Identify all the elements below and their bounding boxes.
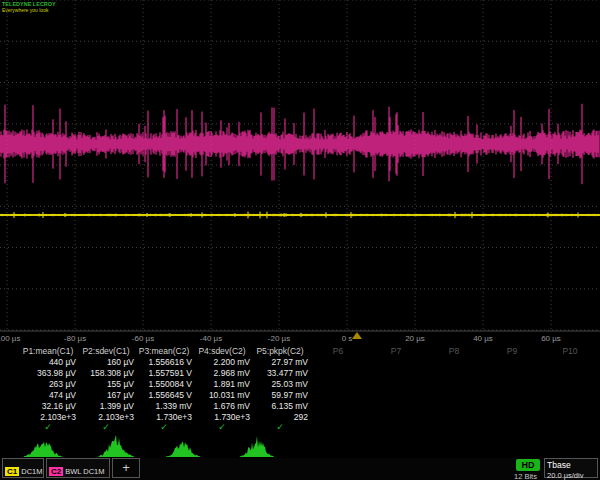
measure-column-10: P10 [542, 346, 598, 432]
measure-value: 2.200 mV [194, 357, 250, 368]
measure-column-5: P5:pkpk(C2)27.97 mV33.477 mV25.03 mV59.9… [252, 346, 308, 432]
measure-header[interactable]: P3:mean(C2) [136, 346, 192, 357]
measure-status-check: ✓ [136, 423, 192, 432]
time-axis-label: -40 µs [200, 334, 222, 343]
measure-status-check: ✓ [20, 423, 76, 432]
measure-value [368, 401, 424, 412]
measure-value [484, 379, 540, 390]
oscilloscope-screen: TELEDYNE LECROY Everywhere you look -100… [0, 0, 600, 480]
measure-value [368, 357, 424, 368]
c2-coupling: BWL DC1M [65, 467, 104, 476]
trace-C2[interactable] [0, 104, 599, 184]
measure-value: 59.97 mV [252, 390, 308, 401]
channel-c2-descriptor[interactable]: C2BWL DC1M 10.0 mV [46, 458, 110, 478]
measure-column-1: P1:mean(C1)440 µV363.98 µV263 µV474 µV32… [20, 346, 76, 432]
measure-header[interactable]: P5:pkpk(C2) [252, 346, 308, 357]
measure-value: 440 µV [20, 357, 76, 368]
measure-value [542, 379, 598, 390]
measure-value: 2.968 mV [194, 368, 250, 379]
measure-value [310, 368, 366, 379]
measure-column-9: P9 [484, 346, 540, 432]
measure-value: 474 µV [20, 390, 76, 401]
measure-column-6: P6 [310, 346, 366, 432]
measure-value: 25.03 mV [252, 379, 308, 390]
measure-value [368, 390, 424, 401]
measure-status-check [484, 423, 540, 432]
measure-value [484, 368, 540, 379]
c1-badge: C1 [5, 467, 19, 476]
measure-value [426, 379, 482, 390]
measure-value [542, 368, 598, 379]
trigger-position-marker[interactable] [352, 332, 362, 339]
graticule [0, 0, 600, 332]
measure-value [542, 357, 598, 368]
time-axis: -100 µs-80 µs-60 µs-40 µs-20 µs0 s20 µs4… [0, 331, 600, 346]
timebase-scale: 20.0 µs/div [547, 471, 595, 480]
measure-value: 263 µV [20, 379, 76, 390]
histicon [240, 436, 274, 457]
adc-bits-label: 12 Bits [514, 472, 537, 480]
measure-status-check: ✓ [194, 423, 250, 432]
c1-coupling: DC1M [21, 467, 42, 476]
time-axis-label: -80 µs [64, 334, 86, 343]
measure-header[interactable]: P8 [426, 346, 482, 357]
measure-value: 160 µV [78, 357, 134, 368]
c2-badge: C2 [49, 467, 63, 476]
measure-status-check: ✓ [78, 423, 134, 432]
measure-status-check [542, 423, 598, 432]
measure-value [368, 379, 424, 390]
hd-badge: HD [516, 459, 540, 471]
measure-value: 1.556645 V [136, 390, 192, 401]
measure-value [310, 357, 366, 368]
measure-value [310, 390, 366, 401]
trace-C1[interactable] [0, 212, 600, 219]
measure-value [426, 390, 482, 401]
time-axis-label: 0 s [342, 334, 353, 343]
measure-value: 1.676 mV [194, 401, 250, 412]
time-axis-label: 20 µs [405, 334, 425, 343]
measure-value: 1.557591 V [136, 368, 192, 379]
measure-header[interactable]: P4:sdev(C2) [194, 346, 250, 357]
measure-column-2: P2:sdev(C1)160 µV158.308 µV155 µV167 µV1… [78, 346, 134, 432]
measure-value: 1.556616 V [136, 357, 192, 368]
measure-value: 155 µV [78, 379, 134, 390]
measure-value: 1.339 mV [136, 401, 192, 412]
measure-value: 158.308 µV [78, 368, 134, 379]
measure-value [484, 390, 540, 401]
channel-c1-descriptor[interactable]: C1DC1M 0 mV [2, 458, 44, 478]
brand-tagline: Everywhere you look [2, 7, 56, 13]
histicon [166, 442, 200, 457]
bottom-toolbar: C1DC1M 0 mV C2BWL DC1M 10.0 mV + HD 12 B… [0, 458, 600, 480]
measure-header[interactable]: P6 [310, 346, 366, 357]
brand: TELEDYNE LECROY Everywhere you look [2, 1, 56, 13]
measure-status-check [310, 423, 366, 432]
measure-value [368, 368, 424, 379]
time-axis-label: -60 µs [132, 334, 154, 343]
waveform-display: TELEDYNE LECROY Everywhere you look [0, 0, 600, 332]
measure-header[interactable]: P2:sdev(C1) [78, 346, 134, 357]
measure-column-7: P7 [368, 346, 424, 432]
measure-value: 33.477 mV [252, 368, 308, 379]
measure-status-check [368, 423, 424, 432]
measure-value [542, 390, 598, 401]
measure-value [484, 412, 540, 423]
time-axis-label: -20 µs [268, 334, 290, 343]
measure-value: 363.98 µV [20, 368, 76, 379]
measure-value [426, 401, 482, 412]
measure-header[interactable]: P7 [368, 346, 424, 357]
measure-value [484, 401, 540, 412]
measure-header[interactable]: P1:mean(C1) [20, 346, 76, 357]
measure-header[interactable]: P9 [484, 346, 540, 357]
timebase-label: Tbase [547, 460, 595, 470]
histicon [24, 441, 62, 457]
measure-value: 6.135 mV [252, 401, 308, 412]
measure-value: 27.97 mV [252, 357, 308, 368]
timebase-descriptor[interactable]: Tbase 20.0 µs/div [544, 458, 598, 478]
add-trace-button[interactable]: + [112, 458, 140, 478]
measure-value [310, 401, 366, 412]
measure-value [542, 401, 598, 412]
histicon [98, 435, 134, 457]
measure-value: 1.399 µV [78, 401, 134, 412]
measure-header[interactable]: P10 [542, 346, 598, 357]
measure-value: 1.891 mV [194, 379, 250, 390]
